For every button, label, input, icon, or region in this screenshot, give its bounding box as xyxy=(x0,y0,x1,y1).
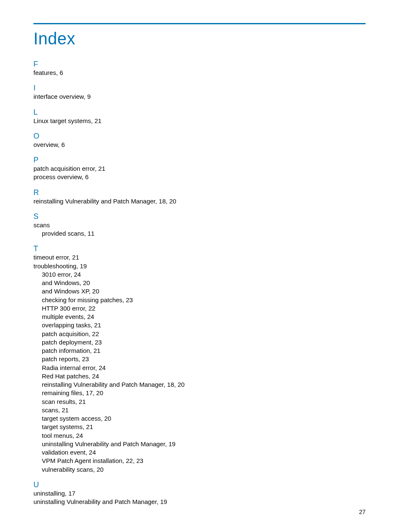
index-subentry: patch information, 21 xyxy=(42,347,366,355)
index-entry: interface overview, 9 xyxy=(33,93,366,101)
section-letter-t: T xyxy=(33,244,366,253)
index-entry: patch acquisition error, 21 xyxy=(33,164,366,173)
index-entry: features, 6 xyxy=(33,69,366,77)
index-entry: Linux target systems, 21 xyxy=(33,117,366,125)
index-entry: uninstalling, 17 xyxy=(33,489,366,498)
index-subentry: remaining files, 17, 20 xyxy=(42,389,366,397)
section-letter-p: P xyxy=(33,156,366,164)
index-subentry: overlapping tasks, 21 xyxy=(42,321,366,329)
index-subentry: reinstalling Vulnerability and Patch Man… xyxy=(42,380,366,389)
index-subentry: HTTP 300 error, 22 xyxy=(42,304,366,313)
index-subentry: multiple events, 24 xyxy=(42,313,366,321)
index-subentry: uninstalling Vulnerability and Patch Man… xyxy=(42,440,366,448)
page-title: Index xyxy=(33,29,366,48)
index-entry: scans xyxy=(33,221,366,229)
section-letter-r: R xyxy=(33,188,366,197)
index-entry: overview, 6 xyxy=(33,141,366,149)
index-subentry: vulnerability scans, 20 xyxy=(42,465,366,474)
page-number: 27 xyxy=(359,509,366,515)
index-entry: timeout error, 21 xyxy=(33,253,366,262)
index-subentry: Radia internal error, 24 xyxy=(42,364,366,372)
index-subentry: provided scans, 11 xyxy=(42,229,366,238)
index-subentry: patch deployment, 23 xyxy=(42,338,366,347)
index-subentry: and Windows XP, 20 xyxy=(42,287,366,296)
section-letter-s: S xyxy=(33,212,366,221)
section-letter-f: F xyxy=(33,60,366,69)
index-entry: troubleshooting, 19 xyxy=(33,262,366,270)
index-subentry: validation event, 24 xyxy=(42,448,366,457)
top-rule xyxy=(33,23,366,24)
section-letter-o: O xyxy=(33,132,366,141)
index-subentry: target system access, 20 xyxy=(42,414,366,423)
index-subentry: checking for missing patches, 23 xyxy=(42,296,366,304)
index-entry: uninstalling Vulnerability and Patch Man… xyxy=(33,498,366,506)
index-subentry: and Windows, 20 xyxy=(42,279,366,287)
index-subentry: scans, 21 xyxy=(42,406,366,414)
index-subentry: Red Hat patches, 24 xyxy=(42,372,366,380)
index-subentry: target systems, 21 xyxy=(42,423,366,431)
index-subentry: patch acquisition, 22 xyxy=(42,330,366,338)
index-subentry: patch reports, 23 xyxy=(42,355,366,363)
section-letter-l: L xyxy=(33,108,366,117)
index-subentry: 3010 error, 24 xyxy=(42,270,366,279)
index-entry: reinstalling Vulnerability and Patch Man… xyxy=(33,197,366,206)
index-entry: process overview, 6 xyxy=(33,173,366,181)
section-letter-u: U xyxy=(33,481,366,489)
section-letter-i: I xyxy=(33,84,366,93)
index-subentry: VPM Patch Agent installation, 22, 23 xyxy=(42,457,366,465)
index-subentry: scan results, 21 xyxy=(42,398,366,406)
index-subentry: tool menus, 24 xyxy=(42,432,366,440)
